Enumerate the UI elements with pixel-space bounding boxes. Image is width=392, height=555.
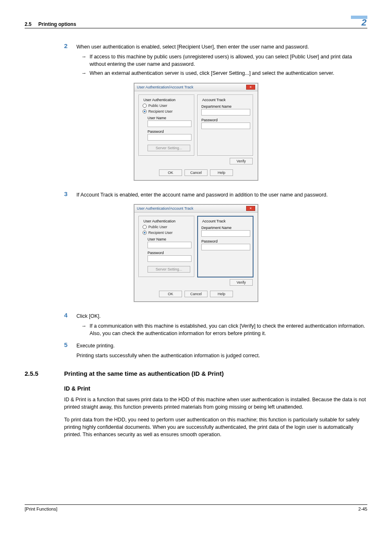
at-password-label: Password <box>201 118 249 122</box>
header-section-num: 2.5 <box>25 21 32 27</box>
page-footer: [Print Functions] 2-45 <box>25 504 367 511</box>
dept-name-input[interactable] <box>201 109 250 116</box>
header-section-title: Printing options <box>38 21 76 27</box>
public-user-label: Public User <box>148 225 167 229</box>
server-setting-button[interactable]: Server Setting... <box>148 145 190 151</box>
step-number-3: 3 <box>25 190 76 197</box>
step2-bullet2: When an external authentication server i… <box>90 69 367 77</box>
help-button[interactable]: Help <box>210 169 233 176</box>
dept-name-label: Department Name <box>201 104 249 109</box>
section-number: 2.5.5 <box>25 370 64 377</box>
footer-right: 2-45 <box>358 506 367 511</box>
password-input[interactable] <box>148 134 191 141</box>
dept-name-input[interactable] <box>201 230 250 237</box>
paragraph-1: ID & Print is a function that saves prin… <box>64 396 367 411</box>
public-user-radio[interactable]: Public User <box>143 225 191 229</box>
step-text-4: Click [OK]. <box>76 312 367 320</box>
user-auth-group-title: User Authentication <box>143 219 176 223</box>
user-name-label: User Name <box>148 237 191 241</box>
header-chapter-num: 2 <box>362 17 367 28</box>
paragraph-2: To print data from the HDD, you need to … <box>64 416 367 438</box>
verify-button[interactable]: Verify <box>230 158 253 164</box>
dialog-title: User Authentication/Account Track <box>137 85 194 89</box>
step-number-5: 5 <box>25 341 76 348</box>
password-label: Password <box>148 251 191 255</box>
step-text-5: Execute printing. <box>76 341 367 349</box>
dept-name-label: Department Name <box>201 226 249 230</box>
user-name-input[interactable] <box>148 242 191 248</box>
step2-bullet1: If access to this machine by public user… <box>90 53 367 68</box>
help-button[interactable]: Help <box>210 291 233 297</box>
close-icon[interactable]: ✕ <box>246 206 255 211</box>
account-track-group-title: Account Track <box>201 98 226 102</box>
user-auth-group-title: User Authentication <box>143 98 176 102</box>
step4-bullet1: If a communication with this machine is … <box>90 322 367 337</box>
recipient-user-radio[interactable]: Recipient User <box>143 109 191 113</box>
user-name-label: User Name <box>148 116 191 120</box>
cancel-button[interactable]: Cancel <box>184 169 208 176</box>
public-user-label: Public User <box>148 104 167 108</box>
account-track-group-title: Account Track <box>201 219 226 223</box>
verify-button[interactable]: Verify <box>230 279 253 286</box>
at-password-input[interactable] <box>201 244 250 250</box>
password-input[interactable] <box>148 255 191 262</box>
arrow-icon: → <box>81 53 90 60</box>
step5-followup: Printing starts successfully when the au… <box>76 352 367 359</box>
cancel-button[interactable]: Cancel <box>184 291 208 297</box>
arrow-icon: → <box>81 322 90 330</box>
section-title: Printing at the same time as authenticat… <box>64 370 224 377</box>
at-password-input[interactable] <box>201 123 250 129</box>
close-icon[interactable]: ✕ <box>246 85 255 90</box>
recipient-user-label: Recipient User <box>148 231 173 235</box>
at-password-label: Password <box>201 239 249 243</box>
auth-dialog-2: User Authentication/Account Track ✕ User… <box>134 204 258 302</box>
server-setting-button[interactable]: Server Setting... <box>148 266 190 273</box>
step-text-3: If Account Track is enabled, enter the a… <box>76 190 367 199</box>
arrow-icon: → <box>81 69 90 77</box>
ok-button[interactable]: OK <box>159 291 182 297</box>
footer-left: [Print Functions] <box>25 506 57 511</box>
public-user-radio[interactable]: Public User <box>143 104 191 108</box>
page-header: 2.5 Printing options 2 <box>25 16 367 28</box>
user-name-input[interactable] <box>148 120 191 127</box>
auth-dialog-1: User Authentication/Account Track ✕ User… <box>134 83 258 180</box>
dialog-title: User Authentication/Account Track <box>137 206 194 210</box>
ok-button[interactable]: OK <box>159 169 182 176</box>
password-label: Password <box>148 130 191 134</box>
step-number-2: 2 <box>25 42 76 49</box>
recipient-user-label: Recipient User <box>148 109 173 113</box>
step-text-2: When user authentication is enabled, sel… <box>76 42 367 51</box>
step-number-4: 4 <box>25 312 76 319</box>
recipient-user-radio[interactable]: Recipient User <box>143 231 191 235</box>
sub-heading: ID & Print <box>64 385 367 392</box>
